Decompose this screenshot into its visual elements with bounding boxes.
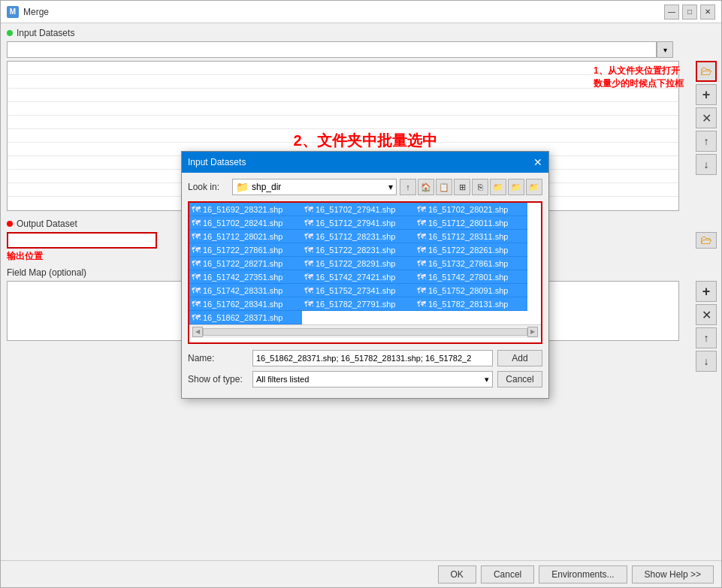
file-icon: 🗺 — [304, 299, 313, 309]
scroll-left[interactable]: ◀ — [192, 327, 203, 337]
file-item[interactable]: 🗺16_51722_27861.shp — [189, 243, 302, 257]
file-item[interactable]: 🗺16_51712_28311.shp — [415, 230, 527, 243]
dialog-add-button[interactable]: Add — [497, 350, 542, 366]
file-name: 16_51712_28011.shp — [428, 219, 508, 228]
name-row: Name: Add — [188, 350, 542, 366]
file-item[interactable]: 🗺16_51782_27791.shp — [302, 297, 415, 311]
folder-button-3[interactable]: 📁 — [526, 179, 542, 195]
remove-item-button[interactable]: ✕ — [696, 107, 717, 128]
maximize-button[interactable]: □ — [682, 5, 697, 20]
input-dropdown[interactable] — [7, 41, 657, 58]
show-type-select[interactable]: All filters listed ▾ — [252, 371, 493, 387]
file-item[interactable]: 🗺16_51752_27341.shp — [302, 284, 415, 297]
move-down-button[interactable]: ↓ — [696, 154, 717, 175]
field-up-button[interactable]: ↑ — [696, 327, 717, 348]
file-name: 16_51702_28241.shp — [203, 219, 282, 228]
close-window-button[interactable]: ✕ — [700, 5, 715, 20]
file-icon: 🗺 — [192, 231, 201, 242]
file-icon: 🗺 — [304, 245, 313, 255]
file-item[interactable]: 🗺16_51722_28271.shp — [189, 257, 302, 270]
nav-up-button[interactable]: ↑ — [400, 179, 416, 195]
file-icon: 🗺 — [192, 218, 201, 228]
folder-icon: 📁 — [236, 181, 249, 193]
name-input[interactable] — [252, 350, 493, 366]
annotation-step1: 1、从文件夹位置打开 数量少的时候点下拉框 — [594, 65, 684, 90]
field-remove-button[interactable]: ✕ — [696, 304, 717, 325]
cancel-button[interactable]: Cancel — [481, 565, 534, 583]
scroll-track[interactable] — [203, 328, 527, 336]
file-name: 16_51722_28291.shp — [316, 259, 395, 268]
folder-browse-button[interactable]: 🗁 — [696, 61, 717, 82]
input-dropdown-row: ▾ — [7, 41, 691, 58]
file-icon: 🗺 — [304, 272, 313, 282]
app-icon: M — [7, 6, 19, 18]
bottom-toolbar: OK Cancel Environments... Show Help >> — [1, 560, 721, 587]
file-item[interactable]: 🗺16_51702_28021.shp — [415, 203, 527, 216]
output-browse-button[interactable]: 🗁 — [696, 232, 717, 249]
file-item[interactable]: 🗺16_51712_28021.shp — [189, 230, 302, 243]
file-item[interactable]: 🗺16_51712_28011.shp — [415, 216, 527, 230]
file-item[interactable]: 🗺16_51722_28261.shp — [415, 243, 527, 257]
output-dataset-input[interactable] — [7, 232, 157, 249]
file-icon: 🗺 — [192, 245, 201, 255]
window-title: Merge — [23, 7, 664, 17]
show-help-button[interactable]: Show Help >> — [632, 565, 714, 583]
file-item[interactable]: 🗺16_51742_27801.shp — [415, 270, 527, 284]
file-item[interactable]: 🗺16_51732_27861.shp — [415, 257, 527, 270]
file-name: 16_51742_28331.shp — [203, 286, 282, 295]
new-folder-button[interactable]: 📋 — [436, 179, 452, 195]
file-item[interactable]: 🗺16_51742_27421.shp — [302, 270, 415, 284]
scroll-right[interactable]: ▶ — [527, 327, 538, 337]
file-item[interactable]: 🗺16_51722_28231.shp — [302, 243, 415, 257]
file-item[interactable]: 🗺16_51692_28321.shp — [189, 203, 302, 216]
file-item[interactable]: 🗺16_51752_28091.shp — [415, 284, 527, 297]
home-button[interactable]: 🏠 — [418, 179, 434, 195]
file-item[interactable]: 🗺16_51702_28241.shp — [189, 216, 302, 230]
output-dot — [7, 221, 13, 227]
move-up-button[interactable]: ↑ — [696, 131, 717, 152]
file-item[interactable]: 🗺16_51712_28231.shp — [302, 230, 415, 243]
ok-button[interactable]: OK — [438, 565, 476, 583]
file-item[interactable]: 🗺16_51712_27941.shp — [302, 216, 415, 230]
file-name: 16_51752_27341.shp — [316, 286, 395, 295]
file-icon: 🗺 — [192, 312, 201, 323]
dialog-cancel-button[interactable]: Cancel — [497, 371, 542, 387]
field-add-button[interactable]: + — [696, 281, 717, 302]
file-name: 16_51712_28311.shp — [428, 232, 508, 241]
file-item[interactable]: 🗺16_51862_28371.shp — [189, 311, 302, 324]
show-type-chevron: ▾ — [485, 375, 489, 384]
file-name: 16_51782_27791.shp — [316, 300, 395, 309]
file-item[interactable]: 🗺16_51702_27941.shp — [302, 203, 415, 216]
file-name: 16_51782_28131.shp — [428, 300, 508, 309]
file-name: 16_51722_28261.shp — [428, 246, 508, 255]
minimize-button[interactable]: — — [664, 5, 679, 20]
look-in-value: shp_dir — [252, 182, 281, 192]
file-item[interactable]: 🗺16_51782_28131.shp — [415, 297, 527, 311]
title-controls: — □ ✕ — [664, 5, 715, 20]
file-icon: 🗺 — [417, 285, 426, 296]
dropdown-arrow-button[interactable]: ▾ — [657, 41, 673, 58]
show-type-value: All filters listed — [256, 375, 309, 384]
folder-button-2[interactable]: 📁 — [508, 179, 524, 195]
file-icon: 🗺 — [417, 204, 426, 215]
file-icon: 🗺 — [192, 272, 201, 282]
show-type-label: Show of type: — [188, 374, 248, 384]
field-down-button[interactable]: ↓ — [696, 351, 717, 372]
file-item[interactable]: 🗺16_51762_28341.shp — [189, 297, 302, 311]
copy-button[interactable]: ⎘ — [472, 179, 488, 195]
file-name: 16_51742_27801.shp — [428, 273, 508, 282]
look-in-dropdown[interactable]: 📁 shp_dir ▾ — [232, 179, 397, 195]
file-grid[interactable]: 🗺16_51692_28321.shp🗺16_51702_27941.shp🗺1… — [188, 201, 542, 344]
view-details-button[interactable]: ⊞ — [454, 179, 470, 195]
file-icon: 🗺 — [304, 231, 313, 242]
file-item[interactable]: 🗺16_51742_28331.shp — [189, 284, 302, 297]
environments-button[interactable]: Environments... — [539, 565, 627, 583]
dialog-close-button[interactable]: ✕ — [533, 156, 542, 168]
file-icon: 🗺 — [417, 258, 426, 269]
folder-button-1[interactable]: 📁 — [490, 179, 506, 195]
add-item-button[interactable]: + — [696, 84, 717, 105]
file-item[interactable]: 🗺16_51742_27351.shp — [189, 270, 302, 284]
file-item[interactable]: 🗺16_51722_28291.shp — [302, 257, 415, 270]
list-item — [8, 116, 678, 129]
dialog-title-bar: Input Datasets ✕ — [182, 152, 548, 173]
